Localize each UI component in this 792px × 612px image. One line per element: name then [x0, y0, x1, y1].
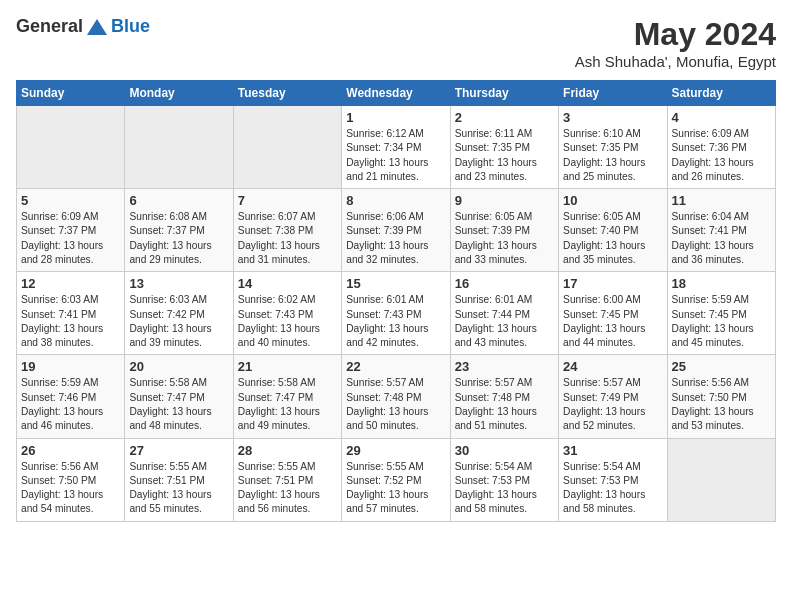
day-info: Sunrise: 5:55 AMSunset: 7:51 PMDaylight:… [238, 460, 337, 517]
day-info: Sunrise: 5:54 AMSunset: 7:53 PMDaylight:… [455, 460, 554, 517]
day-number: 25 [672, 359, 771, 374]
day-number: 5 [21, 193, 120, 208]
logo-general: General [16, 16, 83, 37]
day-number: 11 [672, 193, 771, 208]
day-info: Sunrise: 6:01 AMSunset: 7:43 PMDaylight:… [346, 293, 445, 350]
day-number: 12 [21, 276, 120, 291]
day-number: 7 [238, 193, 337, 208]
day-info: Sunrise: 6:09 AMSunset: 7:37 PMDaylight:… [21, 210, 120, 267]
calendar-cell: 27Sunrise: 5:55 AMSunset: 7:51 PMDayligh… [125, 438, 233, 521]
day-info: Sunrise: 5:59 AMSunset: 7:45 PMDaylight:… [672, 293, 771, 350]
day-info: Sunrise: 6:02 AMSunset: 7:43 PMDaylight:… [238, 293, 337, 350]
calendar-cell [233, 106, 341, 189]
logo-blue: Blue [111, 16, 150, 37]
day-number: 4 [672, 110, 771, 125]
day-number: 24 [563, 359, 662, 374]
day-number: 28 [238, 443, 337, 458]
col-header-wednesday: Wednesday [342, 81, 450, 106]
day-info: Sunrise: 5:59 AMSunset: 7:46 PMDaylight:… [21, 376, 120, 433]
day-number: 27 [129, 443, 228, 458]
day-info: Sunrise: 6:07 AMSunset: 7:38 PMDaylight:… [238, 210, 337, 267]
title-block: May 2024 Ash Shuhada', Monufia, Egypt [575, 16, 776, 70]
day-number: 1 [346, 110, 445, 125]
day-number: 15 [346, 276, 445, 291]
calendar-cell [667, 438, 775, 521]
calendar-cell: 2Sunrise: 6:11 AMSunset: 7:35 PMDaylight… [450, 106, 558, 189]
calendar-cell: 19Sunrise: 5:59 AMSunset: 7:46 PMDayligh… [17, 355, 125, 438]
day-number: 8 [346, 193, 445, 208]
day-number: 22 [346, 359, 445, 374]
day-number: 26 [21, 443, 120, 458]
day-info: Sunrise: 5:57 AMSunset: 7:49 PMDaylight:… [563, 376, 662, 433]
day-info: Sunrise: 6:05 AMSunset: 7:39 PMDaylight:… [455, 210, 554, 267]
calendar-cell: 3Sunrise: 6:10 AMSunset: 7:35 PMDaylight… [559, 106, 667, 189]
day-number: 3 [563, 110, 662, 125]
day-info: Sunrise: 5:58 AMSunset: 7:47 PMDaylight:… [129, 376, 228, 433]
day-info: Sunrise: 5:57 AMSunset: 7:48 PMDaylight:… [455, 376, 554, 433]
calendar-cell: 11Sunrise: 6:04 AMSunset: 7:41 PMDayligh… [667, 189, 775, 272]
day-info: Sunrise: 6:03 AMSunset: 7:42 PMDaylight:… [129, 293, 228, 350]
day-number: 6 [129, 193, 228, 208]
calendar-header: SundayMondayTuesdayWednesdayThursdayFrid… [17, 81, 776, 106]
calendar-cell: 4Sunrise: 6:09 AMSunset: 7:36 PMDaylight… [667, 106, 775, 189]
day-info: Sunrise: 5:58 AMSunset: 7:47 PMDaylight:… [238, 376, 337, 433]
calendar-cell: 7Sunrise: 6:07 AMSunset: 7:38 PMDaylight… [233, 189, 341, 272]
calendar-cell: 10Sunrise: 6:05 AMSunset: 7:40 PMDayligh… [559, 189, 667, 272]
day-info: Sunrise: 5:55 AMSunset: 7:51 PMDaylight:… [129, 460, 228, 517]
day-number: 31 [563, 443, 662, 458]
day-number: 21 [238, 359, 337, 374]
calendar-cell: 24Sunrise: 5:57 AMSunset: 7:49 PMDayligh… [559, 355, 667, 438]
calendar-cell: 16Sunrise: 6:01 AMSunset: 7:44 PMDayligh… [450, 272, 558, 355]
col-header-thursday: Thursday [450, 81, 558, 106]
calendar-cell: 8Sunrise: 6:06 AMSunset: 7:39 PMDaylight… [342, 189, 450, 272]
col-header-tuesday: Tuesday [233, 81, 341, 106]
day-info: Sunrise: 5:54 AMSunset: 7:53 PMDaylight:… [563, 460, 662, 517]
calendar-title: May 2024 [575, 16, 776, 53]
day-number: 20 [129, 359, 228, 374]
day-number: 19 [21, 359, 120, 374]
calendar-cell: 21Sunrise: 5:58 AMSunset: 7:47 PMDayligh… [233, 355, 341, 438]
calendar-week-1: 1Sunrise: 6:12 AMSunset: 7:34 PMDaylight… [17, 106, 776, 189]
calendar-cell: 26Sunrise: 5:56 AMSunset: 7:50 PMDayligh… [17, 438, 125, 521]
calendar-cell [125, 106, 233, 189]
calendar-cell: 23Sunrise: 5:57 AMSunset: 7:48 PMDayligh… [450, 355, 558, 438]
calendar-cell: 1Sunrise: 6:12 AMSunset: 7:34 PMDaylight… [342, 106, 450, 189]
calendar-cell: 6Sunrise: 6:08 AMSunset: 7:37 PMDaylight… [125, 189, 233, 272]
calendar-week-4: 19Sunrise: 5:59 AMSunset: 7:46 PMDayligh… [17, 355, 776, 438]
calendar-cell: 25Sunrise: 5:56 AMSunset: 7:50 PMDayligh… [667, 355, 775, 438]
day-info: Sunrise: 6:01 AMSunset: 7:44 PMDaylight:… [455, 293, 554, 350]
calendar-body: 1Sunrise: 6:12 AMSunset: 7:34 PMDaylight… [17, 106, 776, 522]
day-info: Sunrise: 6:10 AMSunset: 7:35 PMDaylight:… [563, 127, 662, 184]
page-header: General Blue May 2024 Ash Shuhada', Monu… [16, 16, 776, 70]
col-header-monday: Monday [125, 81, 233, 106]
day-number: 13 [129, 276, 228, 291]
calendar-cell: 29Sunrise: 5:55 AMSunset: 7:52 PMDayligh… [342, 438, 450, 521]
calendar-cell: 17Sunrise: 6:00 AMSunset: 7:45 PMDayligh… [559, 272, 667, 355]
day-number: 14 [238, 276, 337, 291]
calendar-cell: 5Sunrise: 6:09 AMSunset: 7:37 PMDaylight… [17, 189, 125, 272]
calendar-week-3: 12Sunrise: 6:03 AMSunset: 7:41 PMDayligh… [17, 272, 776, 355]
calendar-week-2: 5Sunrise: 6:09 AMSunset: 7:37 PMDaylight… [17, 189, 776, 272]
day-number: 10 [563, 193, 662, 208]
day-info: Sunrise: 6:09 AMSunset: 7:36 PMDaylight:… [672, 127, 771, 184]
day-info: Sunrise: 6:03 AMSunset: 7:41 PMDaylight:… [21, 293, 120, 350]
calendar-cell: 9Sunrise: 6:05 AMSunset: 7:39 PMDaylight… [450, 189, 558, 272]
day-info: Sunrise: 5:56 AMSunset: 7:50 PMDaylight:… [672, 376, 771, 433]
day-info: Sunrise: 6:05 AMSunset: 7:40 PMDaylight:… [563, 210, 662, 267]
calendar-cell [17, 106, 125, 189]
calendar-cell: 31Sunrise: 5:54 AMSunset: 7:53 PMDayligh… [559, 438, 667, 521]
col-header-friday: Friday [559, 81, 667, 106]
day-number: 30 [455, 443, 554, 458]
day-info: Sunrise: 6:00 AMSunset: 7:45 PMDaylight:… [563, 293, 662, 350]
svg-marker-0 [87, 19, 107, 35]
day-info: Sunrise: 6:08 AMSunset: 7:37 PMDaylight:… [129, 210, 228, 267]
day-number: 17 [563, 276, 662, 291]
day-info: Sunrise: 5:57 AMSunset: 7:48 PMDaylight:… [346, 376, 445, 433]
calendar-cell: 15Sunrise: 6:01 AMSunset: 7:43 PMDayligh… [342, 272, 450, 355]
header-row: SundayMondayTuesdayWednesdayThursdayFrid… [17, 81, 776, 106]
calendar-subtitle: Ash Shuhada', Monufia, Egypt [575, 53, 776, 70]
calendar-cell: 28Sunrise: 5:55 AMSunset: 7:51 PMDayligh… [233, 438, 341, 521]
day-number: 9 [455, 193, 554, 208]
day-info: Sunrise: 6:11 AMSunset: 7:35 PMDaylight:… [455, 127, 554, 184]
day-number: 18 [672, 276, 771, 291]
